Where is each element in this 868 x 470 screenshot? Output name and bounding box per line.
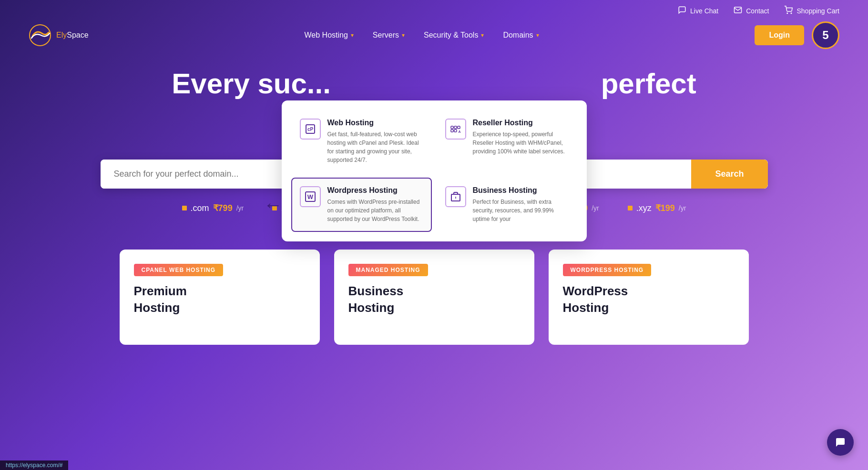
login-button[interactable]: Login [755, 25, 804, 45]
nav-security-tools[interactable]: Security & Tools ▾ [424, 31, 484, 40]
reseller-icon: A [445, 119, 466, 140]
chat-icon [678, 6, 686, 16]
chat-bubble[interactable] [827, 429, 854, 456]
dropdown-item-web-hosting-content: Web Hosting Get fast, full-featured, low… [327, 119, 423, 164]
hosting-card-wordpress[interactable]: WORDPRESS HOSTING WordPress Hosting [549, 250, 749, 345]
status-bar: https://elyspace.com/# [0, 460, 68, 470]
top-bar: Live Chat Contact Shopping Cart [0, 0, 868, 21]
svg-point-1 [791, 13, 792, 14]
domain-price-xyz: .xyz ₹199 /yr [628, 203, 686, 213]
hosting-card-managed[interactable]: MANAGED HOSTING Business Hosting [334, 250, 534, 345]
dropdown-item-reseller-content: Reseller Hosting Experience top-speed, p… [473, 119, 569, 156]
cpanel-icon: cP [300, 119, 321, 140]
svg-rect-7 [458, 126, 460, 129]
svg-text:A: A [458, 130, 460, 133]
chevron-down-icon: ▾ [351, 32, 354, 39]
dropdown-item-web-hosting[interactable]: cP Web Hosting Get fast, full-featured, … [291, 110, 432, 173]
chevron-down-icon: ▾ [536, 32, 539, 39]
header: ElySpace Web Hosting ▾ Servers ▾ Securit… [0, 21, 868, 59]
main-nav: Web Hosting ▾ Servers ▾ Security & Tools… [305, 31, 539, 40]
contact-link[interactable]: Contact [734, 6, 769, 16]
hosting-card-cpanel[interactable]: CPANEL WEB HOSTING Premium Hosting [120, 250, 320, 345]
nav-domains[interactable]: Domains ▾ [503, 31, 539, 40]
domain-price-com: .com ₹799 /yr [182, 203, 244, 213]
chevron-down-icon: ▾ [481, 32, 484, 39]
logo[interactable]: ElySpace [29, 24, 89, 47]
svg-rect-8 [451, 130, 453, 132]
business-icon [445, 186, 466, 207]
wordpress-icon: W [300, 186, 321, 207]
nav-web-hosting[interactable]: Web Hosting ▾ [305, 31, 354, 40]
hosting-tag-wordpress: WORDPRESS HOSTING [563, 264, 652, 276]
avatar[interactable]: 5 [812, 21, 839, 49]
svg-rect-5 [451, 126, 453, 129]
hosting-card-title-1: Business [348, 284, 520, 299]
hosting-card-title-0: Premium [134, 284, 306, 299]
svg-text:cP: cP [307, 127, 313, 132]
hosting-card-subtitle-1: Hosting [348, 300, 520, 315]
hosting-card-title-2: WordPress [563, 284, 735, 299]
nav-servers[interactable]: Servers ▾ [373, 31, 405, 40]
hero-title: Every suc... perfect [29, 68, 839, 100]
dropdown-item-reseller-hosting[interactable]: A Reseller Hosting Experience top-speed,… [437, 110, 577, 173]
dropdown-item-business-hosting[interactable]: Business Hosting Perfect for Business, w… [437, 178, 577, 232]
dropdown-item-business-content: Business Hosting Perfect for Business, w… [473, 186, 569, 223]
hosting-tag-managed: MANAGED HOSTING [348, 264, 428, 276]
domain-dot [182, 206, 187, 210]
svg-rect-9 [454, 130, 457, 132]
svg-point-0 [787, 13, 788, 14]
mail-icon [734, 6, 742, 16]
web-hosting-dropdown: cP Web Hosting Get fast, full-featured, … [282, 100, 587, 241]
arrow-indicator: ← [264, 194, 283, 216]
dropdown-item-wordpress-hosting[interactable]: W Wordpress Hosting Comes with WordPress… [291, 178, 432, 232]
hosting-tag-cpanel: CPANEL WEB HOSTING [134, 264, 224, 276]
shopping-cart-link[interactable]: Shopping Cart [784, 6, 839, 16]
hosting-card-subtitle-0: Hosting [134, 300, 306, 315]
hosting-cards-section: CPANEL WEB HOSTING Premium Hosting MANAG… [0, 250, 868, 345]
logo-text: ElySpace [56, 31, 89, 40]
cart-icon [784, 6, 793, 16]
domain-dot [628, 206, 633, 210]
live-chat-link[interactable]: Live Chat [678, 6, 718, 16]
search-button[interactable]: Search [691, 160, 767, 189]
nav-right: Login 5 [755, 21, 839, 49]
chevron-down-icon: ▾ [402, 32, 405, 39]
hosting-card-subtitle-2: Hosting [563, 300, 735, 315]
svg-rect-6 [454, 126, 457, 129]
dropdown-item-wordpress-content: Wordpress Hosting Comes with WordPress p… [327, 186, 423, 223]
svg-text:W: W [307, 193, 313, 200]
